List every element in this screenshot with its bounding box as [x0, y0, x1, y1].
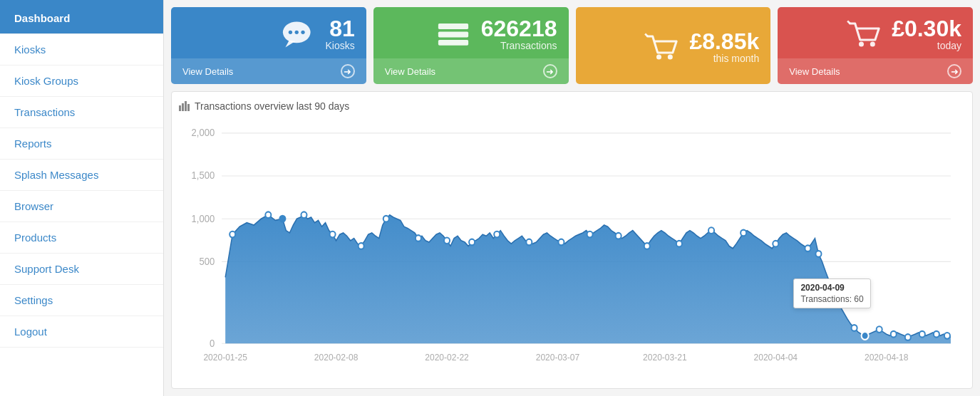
svg-point-8: [656, 55, 661, 60]
today-view-details-link[interactable]: View Details: [789, 66, 840, 77]
svg-point-46: [741, 230, 746, 236]
sidebar-item-logout[interactable]: Logout: [0, 316, 163, 348]
svg-point-40: [558, 239, 564, 246]
cart-monthly-icon: [642, 31, 681, 63]
svg-point-50: [833, 298, 839, 304]
svg-point-2: [288, 31, 292, 34]
sidebar-item-reports[interactable]: Reports: [0, 128, 163, 160]
svg-point-35: [416, 235, 421, 241]
svg-line-10: [645, 34, 648, 37]
svg-point-28: [229, 231, 235, 238]
svg-rect-15: [182, 103, 184, 111]
svg-text:1,000: 1,000: [192, 213, 215, 224]
svg-point-48: [805, 245, 810, 251]
chart-title: Transactions overview last 90 days: [179, 100, 965, 112]
chat-icon: [279, 19, 317, 50]
today-arrow-icon: ➜: [947, 64, 961, 78]
svg-point-9: [668, 55, 673, 60]
cart-today-icon: [845, 19, 883, 50]
chart-container: Transactions overview last 90 days 2,000…: [171, 91, 973, 389]
svg-marker-1: [285, 41, 295, 48]
sidebar-item-transactions[interactable]: Transactions: [0, 97, 163, 128]
svg-text:2020-03-07: 2020-03-07: [536, 353, 579, 363]
today-label: today: [892, 40, 961, 51]
kiosks-arrow-icon: ➜: [341, 64, 355, 78]
svg-rect-7: [438, 40, 468, 46]
svg-text:2020-04-04: 2020-04-04: [754, 353, 798, 363]
today-number: £0.30k: [892, 17, 961, 40]
sidebar-item-kiosk-groups[interactable]: Kiosk Groups: [0, 66, 163, 97]
chart-svg: 2,000 1,500 1,000 500 0: [179, 118, 965, 382]
transactions-label: Transactions: [481, 40, 557, 51]
svg-point-54: [891, 331, 897, 338]
transactions-footer[interactable]: View Details ➜: [373, 58, 569, 84]
svg-point-43: [644, 243, 650, 249]
kiosks-footer[interactable]: View Details ➜: [171, 58, 366, 84]
svg-point-4: [301, 31, 304, 34]
sidebar-item-kiosks[interactable]: Kiosks: [0, 34, 163, 66]
bar-chart-icon: [179, 101, 190, 111]
svg-point-42: [616, 233, 621, 239]
svg-point-31: [301, 212, 306, 218]
stats-row: 81 Kiosks View Details ➜ 626218 Transact…: [171, 7, 973, 84]
svg-point-3: [294, 31, 298, 34]
table-rows-icon: [434, 19, 473, 50]
svg-text:0: 0: [210, 338, 215, 349]
transactions-view-details-link[interactable]: View Details: [385, 66, 435, 77]
sidebar: DashboardKiosksKiosk GroupsTransactionsR…: [0, 0, 164, 396]
svg-text:2,000: 2,000: [192, 127, 215, 139]
kiosks-stat-card: 81 Kiosks View Details ➜: [171, 7, 366, 84]
svg-point-44: [676, 241, 682, 247]
today-footer[interactable]: View Details ➜: [778, 58, 973, 84]
svg-point-36: [444, 237, 450, 244]
sidebar-item-products[interactable]: Products: [0, 222, 163, 254]
monthly-stat-card: £8.85k this month: [576, 7, 771, 84]
svg-text:2020-02-22: 2020-02-22: [425, 353, 468, 363]
transactions-arrow-icon: ➜: [543, 64, 557, 78]
svg-rect-6: [438, 31, 468, 37]
svg-text:1,500: 1,500: [192, 170, 215, 182]
svg-point-34: [383, 216, 389, 222]
monthly-label: this month: [689, 53, 759, 64]
svg-point-29: [265, 212, 271, 218]
svg-rect-5: [438, 24, 468, 29]
today-stat-card: £0.30k today View Details ➜: [778, 7, 973, 84]
svg-point-37: [469, 239, 475, 246]
svg-point-38: [494, 231, 500, 238]
svg-text:2020-04-18: 2020-04-18: [865, 353, 908, 363]
svg-rect-17: [187, 104, 190, 111]
sidebar-item-settings[interactable]: Settings: [0, 285, 163, 316]
svg-rect-16: [185, 101, 187, 111]
sidebar-item-dashboard[interactable]: Dashboard: [0, 3, 163, 34]
svg-point-56: [919, 331, 925, 338]
svg-point-53: [877, 326, 882, 333]
svg-point-12: [870, 42, 875, 47]
main-content: 81 Kiosks View Details ➜ 626218 Transact…: [164, 0, 980, 396]
svg-point-39: [526, 239, 532, 246]
svg-point-33: [359, 243, 364, 249]
svg-rect-14: [179, 105, 181, 111]
svg-point-11: [859, 42, 864, 47]
svg-point-30: [279, 216, 285, 222]
kiosks-number: 81: [326, 17, 355, 40]
sidebar-item-browser[interactable]: Browser: [0, 191, 163, 222]
kiosks-view-details-link[interactable]: View Details: [182, 66, 233, 77]
svg-point-49: [815, 251, 821, 257]
monthly-number: £8.85k: [689, 30, 759, 53]
svg-text:2020-02-08: 2020-02-08: [314, 353, 358, 363]
svg-text:2020-01-25: 2020-01-25: [203, 353, 247, 363]
svg-point-59: [862, 332, 869, 340]
svg-text:2020-03-21: 2020-03-21: [643, 353, 686, 363]
svg-point-45: [708, 227, 714, 234]
svg-point-32: [330, 231, 336, 238]
svg-point-57: [934, 331, 939, 338]
svg-point-55: [905, 334, 911, 340]
svg-point-51: [852, 325, 857, 331]
svg-point-58: [944, 333, 950, 339]
svg-point-41: [587, 231, 593, 238]
transactions-stat-card: 626218 Transactions View Details ➜: [373, 7, 569, 84]
transactions-number: 626218: [481, 17, 557, 40]
svg-text:500: 500: [199, 256, 215, 267]
sidebar-item-support-desk[interactable]: Support Desk: [0, 254, 163, 285]
sidebar-item-splash-messages[interactable]: Splash Messages: [0, 160, 163, 191]
